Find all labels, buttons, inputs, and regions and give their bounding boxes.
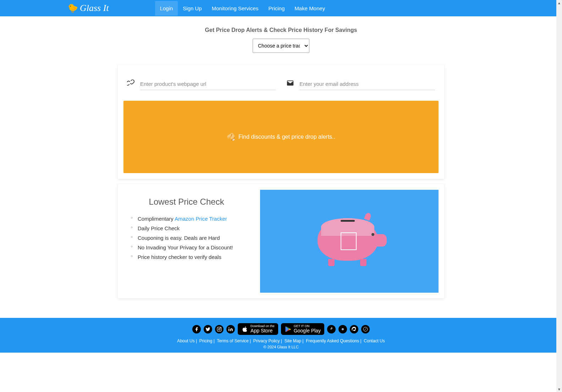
list-item: No Invading Your Privacy for a Discount!: [138, 243, 246, 252]
feature-title: Lowest Price Check: [127, 197, 246, 207]
instagram-icon[interactable]: [215, 325, 224, 333]
footer-contact[interactable]: Contact Us: [364, 338, 385, 343]
url-input[interactable]: [140, 78, 276, 90]
safari-icon[interactable]: [361, 325, 370, 333]
footer-sitemap[interactable]: Site Map: [285, 338, 301, 343]
list-item: Complimentary Amazon Price Tracker: [138, 214, 246, 223]
svg-point-2: [220, 328, 221, 328]
footer-icons: Download on theApp Store GET IT ONGoogle…: [0, 323, 562, 335]
linkedin-icon[interactable]: [226, 325, 235, 333]
svg-point-1: [219, 328, 220, 330]
svg-point-3: [228, 327, 229, 328]
list-item: Couponing is easy. Deals are Hard: [138, 233, 246, 243]
input-row: [123, 71, 439, 101]
logo-icon: 🐤: [67, 3, 78, 13]
footer-about[interactable]: About Us: [177, 338, 194, 343]
tracker-select[interactable]: Choose a price tracker: [253, 39, 309, 53]
playstore-badge[interactable]: GET IT ONGoogle Play: [281, 323, 324, 335]
email-input[interactable]: [299, 78, 435, 90]
nav-signup[interactable]: Sign Up: [178, 1, 206, 16]
footer-terms[interactable]: Terms of Service: [217, 338, 248, 343]
scrollbar[interactable]: ▲ ▼: [556, 0, 562, 353]
logo[interactable]: 🐤 Glass It: [67, 3, 109, 13]
email-icon: [286, 79, 294, 89]
feature-image: [260, 190, 439, 293]
svg-point-7: [342, 328, 343, 330]
footer-privacy[interactable]: Privacy Policy: [253, 338, 280, 343]
hero-section: Get Price Drop Alerts & Check Price Hist…: [0, 16, 562, 60]
facebook-icon[interactable]: [192, 325, 201, 333]
list-item: Daily Price Check: [138, 223, 246, 233]
cta-label: Find discounts & get price drop alerts..: [238, 134, 335, 140]
twitter-icon[interactable]: [204, 325, 212, 333]
chrome-icon[interactable]: [338, 325, 347, 333]
nav-pricing[interactable]: Pricing: [263, 1, 290, 16]
footer-copyright: © 2024 Glass It LLC: [0, 345, 562, 349]
nav-make-money[interactable]: Make Money: [290, 1, 330, 16]
edge-icon[interactable]: [350, 325, 358, 333]
scroll-up-icon[interactable]: ▲: [556, 0, 562, 6]
link-icon: [127, 79, 135, 89]
piggy-bank-icon: [314, 211, 385, 271]
feature-list: Complimentary Amazon Price Tracker Daily…: [127, 214, 246, 262]
hero-title: Get Price Drop Alerts & Check Price Hist…: [0, 27, 562, 33]
footer-faq[interactable]: Frequently Asked Questions: [306, 338, 359, 343]
footer: Download on theApp Store GET IT ONGoogle…: [0, 318, 562, 353]
firefox-icon[interactable]: [327, 325, 336, 333]
cta-button[interactable]: 🥠 Find discounts & get price drop alerts…: [123, 101, 439, 173]
swirl-icon: 🥠: [227, 133, 236, 141]
feature-card: Lowest Price Check Complimentary Amazon …: [118, 184, 444, 298]
form-card: 🥠 Find discounts & get price drop alerts…: [118, 65, 444, 179]
list-item: Price history checker to verify deals: [138, 252, 246, 262]
navbar: 🐤 Glass It Login Sign Up Monitoring Serv…: [0, 0, 562, 16]
amazon-tracker-link[interactable]: Amazon Price Tracker: [175, 216, 227, 222]
email-input-group: [286, 78, 435, 90]
nav-login[interactable]: Login: [155, 1, 178, 16]
url-input-group: [127, 78, 276, 90]
nav-monitoring[interactable]: Monitoring Services: [207, 1, 264, 16]
footer-links: About Us | Pricing | Terms of Service | …: [0, 338, 562, 343]
feature-left: Lowest Price Check Complimentary Amazon …: [123, 190, 249, 293]
logo-text: Glass It: [80, 3, 109, 13]
footer-pricing[interactable]: Pricing: [199, 338, 213, 343]
appstore-badge[interactable]: Download on theApp Store: [238, 323, 278, 335]
nav-links: Login Sign Up Monitoring Services Pricin…: [155, 1, 330, 16]
